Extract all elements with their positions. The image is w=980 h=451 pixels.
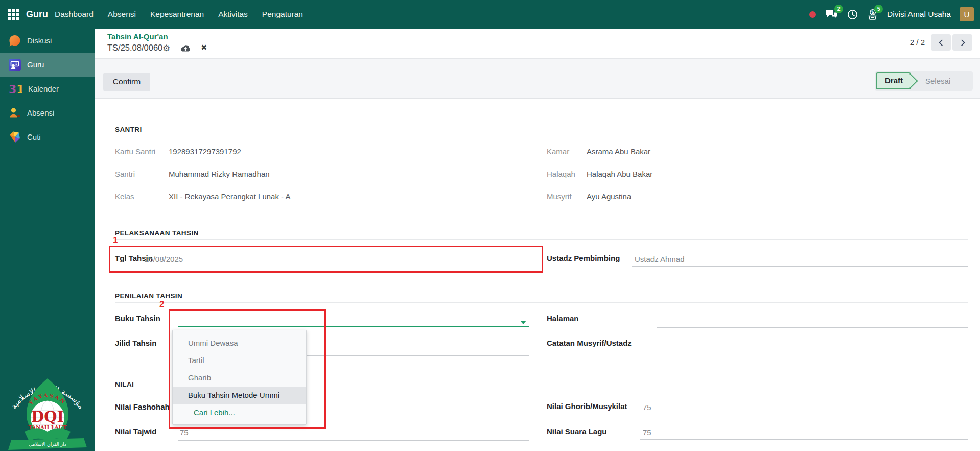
messages-badge: 2 xyxy=(834,5,843,13)
activities-badge: 5 xyxy=(874,5,883,13)
field-value-halaqah: Halaqah Abu Bakar xyxy=(587,170,652,178)
sidebar-item-guru[interactable]: Guru xyxy=(0,53,95,77)
dropdown-option-gharib[interactable]: Gharib xyxy=(173,369,306,387)
annotation-1: 1 xyxy=(113,235,118,245)
field-value-musyrif: Ayu Agustina xyxy=(587,192,631,201)
messages-icon[interactable]: 2 xyxy=(825,9,838,20)
sidebar-item-absensi[interactable]: Absensi xyxy=(0,101,95,125)
menu-absensi[interactable]: Absensi xyxy=(101,10,143,19)
status-widget: Draft Selesai xyxy=(875,71,973,91)
field-label-buku-tahsin: Buku Tahsin xyxy=(115,314,160,323)
sidebar-item-diskusi[interactable]: Diskusi xyxy=(0,29,95,53)
field-label-halaqah: Halaqah xyxy=(547,170,575,178)
company-switcher[interactable]: Divisi Amal Usaha xyxy=(887,10,951,19)
section-pelaksanaan-title: PELAKSANAAN TAHSIN xyxy=(115,229,199,237)
catatan-input[interactable] xyxy=(657,352,968,352)
nilai-tajwid-input[interactable]: 75 xyxy=(180,428,189,437)
svg-text:$: $ xyxy=(871,10,874,15)
field-label-kartu-santri: Kartu Santri xyxy=(115,147,155,156)
discard-icon[interactable]: ✖ xyxy=(201,43,207,52)
apps-grid-icon[interactable] xyxy=(8,9,19,20)
field-label-ustadz-pembimbing: Ustadz Pembimbing xyxy=(547,254,620,262)
ustadz-pembimbing-input[interactable]: Ustadz Ahmad xyxy=(635,255,685,263)
absensi-icon xyxy=(8,106,21,120)
confirm-button[interactable]: Confirm xyxy=(103,73,150,91)
nilai-tajwid-underline xyxy=(178,440,529,441)
clock-icon[interactable] xyxy=(847,9,858,20)
guru-icon xyxy=(8,58,21,72)
nilai-ghorib-input[interactable]: 75 xyxy=(643,403,651,412)
field-label-kelas: Kelas xyxy=(115,192,134,201)
pager-next-button[interactable] xyxy=(952,34,972,51)
nilai-suara-input[interactable]: 75 xyxy=(643,428,651,437)
field-value-kelas: XII - Rekayasa Perangkat Lunak - A xyxy=(169,192,290,201)
section-rule xyxy=(115,302,968,303)
svg-text:دار القرآن الاسلامي: دار القرآن الاسلامي xyxy=(29,441,66,447)
kalender-icon: 31 xyxy=(8,82,22,96)
chevron-right-icon xyxy=(959,39,965,46)
foundation-logo: مؤسسة التربية الاسلامية YAYASAN DQI TANA… xyxy=(5,365,90,451)
field-label-halaman: Halaman xyxy=(547,314,579,323)
section-nilai-title: NILAI xyxy=(115,380,134,388)
sidebar-item-cuti[interactable]: Cuti xyxy=(0,125,95,149)
tgl-tahsin-underline xyxy=(142,266,529,266)
dropdown-option-buku-tahsin-metode-ummi[interactable]: Buku Tahsin Metode Ummi xyxy=(173,387,306,404)
breadcrumb[interactable]: Tahsin Al-Qur'an xyxy=(107,32,168,41)
user-avatar[interactable]: U xyxy=(960,7,974,21)
top-navbar: Guru Dashboard Absensi Kepesantrenan Akt… xyxy=(0,0,980,29)
main-menu: Dashboard Absensi Kepesantrenan Aktivita… xyxy=(48,0,310,29)
chevron-left-icon xyxy=(939,39,945,46)
menu-kepesantrenan[interactable]: Kepesantrenan xyxy=(143,10,211,19)
field-value-kamar: Asrama Abu Bakar xyxy=(587,147,650,156)
field-label-nilai-tajwid: Nilai Tajwid xyxy=(115,427,156,436)
svg-text:31: 31 xyxy=(9,83,22,96)
section-penilaian-title: PENILAIAN TAHSIN xyxy=(115,292,182,300)
status-draft[interactable]: Draft xyxy=(876,72,911,89)
svg-text:DQI: DQI xyxy=(31,408,64,425)
app-sidebar: Diskusi Guru 31 Kalender Absensi Cuti مؤ… xyxy=(0,29,95,451)
pager-prev-button[interactable] xyxy=(931,34,951,51)
app-screen: Guru Dashboard Absensi Kepesantrenan Akt… xyxy=(0,0,980,451)
dropdown-option-tartil[interactable]: Tartil xyxy=(173,352,306,369)
ustadz-underline xyxy=(632,266,968,267)
dropdown-load-more[interactable]: Cari Lebih... xyxy=(173,404,306,421)
buku-tahsin-dropdown: Ummi Dewasa Tartil Gharib Buku Tahsin Me… xyxy=(172,330,307,425)
recording-dot-icon xyxy=(809,11,816,18)
field-label-jilid-tahsin: Jilid Tahsin xyxy=(115,339,156,347)
menu-aktivitas[interactable]: Aktivitas xyxy=(211,10,255,19)
nilai-ghorib-underline xyxy=(640,415,968,415)
field-label-musyrif: Musyrif xyxy=(547,192,571,201)
breadcrumb-band: Tahsin Al-Qur'an TS/25.08/0060 ⚙ ✖ 2 / 2 xyxy=(95,29,980,59)
cuti-icon xyxy=(8,130,21,144)
statusbar-band: Confirm Draft Selesai xyxy=(95,59,980,99)
section-rule xyxy=(115,137,968,137)
dropdown-caret-icon[interactable] xyxy=(520,321,526,324)
pager-counter: 2 / 2 xyxy=(910,38,925,47)
field-label-kamar: Kamar xyxy=(547,147,569,156)
tgl-tahsin-input[interactable]: 25/08/2025 xyxy=(145,255,183,263)
field-value-kartu-santri: 19289317297391792 xyxy=(169,147,241,156)
field-label-santri: Santri xyxy=(115,170,135,178)
field-value-santri: Muhammad Rizky Ramadhan xyxy=(169,170,270,178)
buku-tahsin-input[interactable] xyxy=(178,326,529,327)
field-label-nilai-suara: Nilai Suara Lagu xyxy=(547,427,607,436)
field-label-catatan: Catatan Musyrif/Ustadz xyxy=(547,339,632,347)
status-selesai[interactable]: Selesai xyxy=(925,77,950,85)
status-arrow xyxy=(903,73,918,88)
annotation-2: 2 xyxy=(159,299,164,309)
app-name[interactable]: Guru xyxy=(26,9,48,20)
cloud-upload-icon[interactable] xyxy=(180,44,192,56)
menu-pengaturan[interactable]: Pengaturan xyxy=(255,10,310,19)
field-label-nilai-fashohah: Nilai Fashohah xyxy=(115,402,170,411)
gear-icon[interactable]: ⚙ xyxy=(162,43,170,54)
dropdown-option-ummi-dewasa[interactable]: Ummi Dewasa xyxy=(173,334,306,352)
nilai-suara-underline xyxy=(640,439,968,440)
menu-dashboard[interactable]: Dashboard xyxy=(48,10,101,19)
halaman-input[interactable] xyxy=(657,327,968,328)
diskusi-icon xyxy=(8,34,21,48)
sidebar-item-kalender[interactable]: 31 Kalender xyxy=(0,77,95,101)
field-label-nilai-ghorib: Nilai Ghorib/Musykilat xyxy=(547,402,627,411)
activities-money-icon[interactable]: $ 5 xyxy=(867,9,878,20)
record-name: TS/25.08/0060 xyxy=(107,43,162,53)
section-santri-title: SANTRI xyxy=(115,126,142,133)
